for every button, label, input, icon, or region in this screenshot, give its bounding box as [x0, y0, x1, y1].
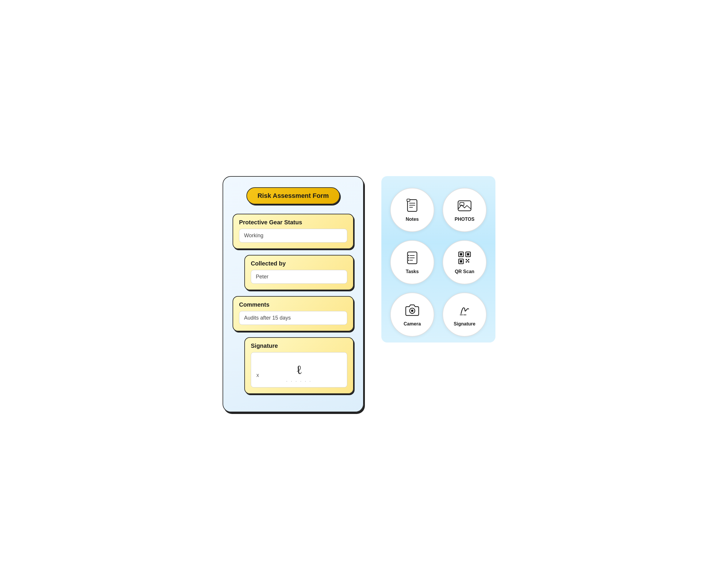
- field-input-collected-by[interactable]: Peter: [251, 270, 347, 284]
- icon-label-notes: Notes: [406, 217, 419, 222]
- field-input-protective-gear[interactable]: Working: [239, 229, 347, 243]
- svg-rect-22: [466, 261, 467, 262]
- svg-rect-5: [458, 201, 471, 211]
- camera-icon: [405, 302, 420, 321]
- notes-icon: [405, 198, 420, 217]
- signature-box[interactable]: x ℓ . . . . . .: [251, 352, 347, 387]
- signature-x-mark: x: [256, 372, 259, 378]
- photos-icon: [457, 198, 472, 217]
- field-label-collected-by: Collected by: [251, 260, 347, 267]
- svg-rect-19: [460, 260, 462, 262]
- svg-point-11: [408, 255, 409, 256]
- icon-label-camera: Camera: [404, 321, 421, 327]
- icons-grid: Notes PHOTOS Tasks: [390, 188, 487, 337]
- field-input-comments[interactable]: Audits after 15 days: [239, 311, 347, 325]
- svg-point-12: [408, 257, 409, 258]
- right-section: Notes PHOTOS Tasks: [381, 176, 495, 342]
- field-label-protective-gear: Protective Gear Status: [239, 219, 347, 226]
- signature-script: ℓ: [295, 362, 302, 377]
- tasks-icon: [405, 250, 420, 269]
- form-card: Risk Assessment Form Protective Gear Sta…: [223, 176, 364, 412]
- field-group-comments: CommentsAudits after 15 days: [233, 296, 354, 331]
- svg-rect-21: [468, 259, 469, 260]
- icon-label-qr-scan: QR Scan: [455, 269, 474, 274]
- icon-label-tasks: Tasks: [406, 269, 419, 274]
- svg-rect-20: [466, 259, 467, 260]
- signature-dots: . . . . . .: [287, 378, 312, 382]
- svg-rect-4: [407, 199, 410, 202]
- icon-qr-scan[interactable]: QR Scan: [443, 240, 487, 284]
- svg-rect-23: [468, 261, 469, 262]
- field-group-collected-by: Collected byPeter: [244, 255, 354, 290]
- svg-point-26: [411, 310, 414, 312]
- svg-rect-15: [460, 253, 462, 255]
- qr-scan-icon: [457, 250, 472, 269]
- form-title: Risk Assessment Form: [247, 187, 340, 204]
- svg-point-13: [408, 259, 409, 261]
- svg-rect-17: [467, 253, 469, 255]
- icon-tasks[interactable]: Tasks: [390, 240, 434, 284]
- icon-notes[interactable]: Notes: [390, 188, 434, 232]
- icon-label-signature: Signature: [454, 321, 476, 327]
- signature-icon: [457, 302, 472, 321]
- svg-rect-24: [467, 260, 468, 261]
- field-group-signature: Signature x ℓ . . . . . .: [244, 337, 354, 394]
- icon-label-photos: PHOTOS: [455, 217, 474, 222]
- icon-camera[interactable]: Camera: [390, 293, 434, 337]
- field-label-signature: Signature: [251, 342, 347, 349]
- field-group-protective-gear: Protective Gear StatusWorking: [233, 214, 354, 249]
- icon-photos[interactable]: PHOTOS: [443, 188, 487, 232]
- main-container: Risk Assessment Form Protective Gear Sta…: [223, 176, 495, 412]
- field-label-comments: Comments: [239, 301, 347, 308]
- icon-signature[interactable]: Signature: [443, 293, 487, 337]
